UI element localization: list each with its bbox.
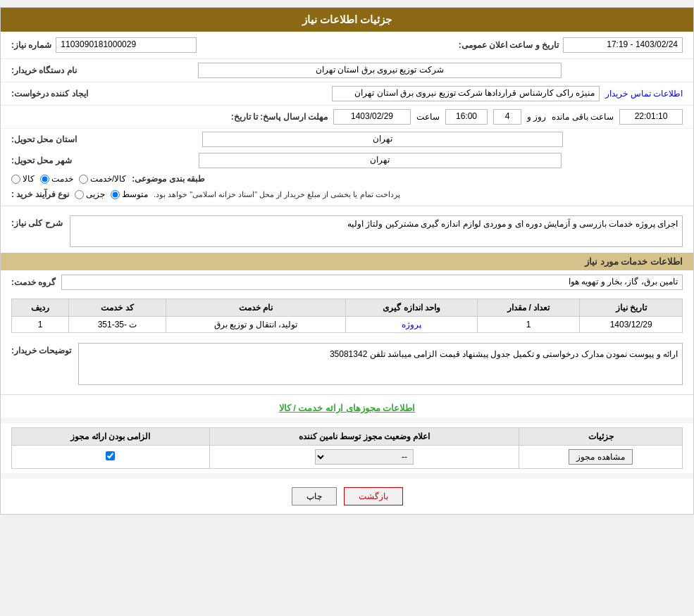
- radio-kala-label: کالا: [23, 174, 35, 184]
- shomare-label: شماره نیاز:: [11, 40, 51, 50]
- col-vahed: واحد اندازه گیری: [346, 299, 477, 317]
- col-radif: ردیف: [12, 299, 69, 317]
- khadamat-header: اطلاعات خدمات مورد نیاز: [1, 253, 693, 270]
- radio-kala-khedmat-input[interactable]: [79, 175, 88, 184]
- back-button[interactable]: بازگشت: [344, 487, 403, 505]
- majoz-title: اطلاعات مجوزهای ارائه خدمت / کالا: [1, 398, 693, 417]
- tabaqe-row: طبقه بندی موضوعی: کالا/خدمت خدمت کالا: [1, 171, 693, 187]
- ijad-label: ایجاد کننده درخواست:: [11, 89, 88, 99]
- page-title: جزئیات اطلاعات نیاز: [1, 8, 693, 32]
- mohlat-row: 22:01:10 ساعت باقی مانده روز و 4 16:00 س…: [1, 106, 693, 129]
- roz-o-label: روز و: [527, 112, 546, 122]
- process-note: پرداخت تمام یا بخشی از مبلغ خریدار از مح…: [154, 190, 400, 199]
- ostan-row: تهران استان محل تحویل:: [1, 129, 693, 150]
- cell-elzami: [12, 446, 210, 469]
- cell-aelam[interactable]: --: [209, 446, 519, 469]
- nam-dastgah-value: شرکت توزیع نیروی برق استان تهران: [198, 63, 562, 78]
- elzami-checkbox[interactable]: [106, 451, 115, 460]
- page-wrapper: جزئیات اطلاعات نیاز 1403/02/24 - 17:19 ت…: [0, 7, 694, 515]
- radio-motevaset-input[interactable]: [111, 190, 120, 199]
- sharh-value: اجرای پروژه خدمات بازرسی و آزمایش دوره ا…: [70, 215, 683, 247]
- khadamat-table: تاریخ نیاز تعداد / مقدار واحد اندازه گیر…: [11, 298, 683, 333]
- radio-motevaset-label: متوسط: [122, 189, 148, 199]
- process-row: پرداخت تمام یا بخشی از مبلغ خریدار از مح…: [1, 187, 693, 202]
- radio-kala-khedmat[interactable]: کالا/خدمت: [79, 174, 126, 184]
- tabaqe-label: طبقه بندی موضوعی:: [132, 174, 205, 184]
- tarikh-row: 1403/02/24 - 17:19 تاریخ و ساعت اعلان عم…: [459, 37, 683, 53]
- button-row: بازگشت چاپ: [1, 479, 693, 514]
- cell-nam: تولید، انتقال و توزیع برق: [166, 317, 346, 333]
- col-joziat: جزئیات: [519, 428, 683, 446]
- col-aelam: اعلام وضعیت مجوز توسط نامین کننده: [209, 428, 519, 446]
- col-tarikh: تاریخ نیاز: [580, 299, 683, 317]
- group-khedmat-row: تامین برق، گاز، بخار و تهویه هوا گروه خد…: [1, 270, 693, 294]
- radio-khedmat[interactable]: خدمت: [40, 174, 73, 184]
- tarikh-value: 1403/02/24 - 17:19: [563, 37, 683, 53]
- print-button[interactable]: چاپ: [292, 487, 337, 505]
- cell-radif: 1: [12, 317, 69, 333]
- mohlat-label: مهلت ارسال پاسخ: تا تاریخ:: [231, 112, 328, 122]
- cell-kod: ت -35-351: [69, 317, 166, 333]
- mohlat-date-value: 1403/02/29: [333, 109, 411, 125]
- mohlat-mande-label: ساعت باقی مانده: [552, 112, 614, 122]
- radio-khedmat-input[interactable]: [40, 175, 49, 184]
- cell-tarikh: 1403/12/29: [580, 317, 683, 333]
- nam-dastgah-label: نام دستگاه خریدار:: [11, 65, 77, 75]
- group-khedmat-value: تامین برق، گاز، بخار و تهویه هوا: [61, 275, 683, 290]
- sharh-section: اجرای پروژه خدمات بازرسی و آزمایش دوره ا…: [1, 210, 693, 253]
- radio-khedmat-label: خدمت: [51, 174, 73, 184]
- group-khedmat-label: گروه خدمت:: [11, 277, 56, 287]
- shahr-label: شهر محل تحویل:: [11, 156, 72, 165]
- mohlat-mande-value: 22:01:10: [619, 109, 683, 125]
- shahr-row: تهران شهر محل تحویل:: [1, 150, 693, 171]
- ostan-value: تهران: [202, 132, 562, 147]
- col-tedad: تعداد / مقدار: [477, 299, 580, 317]
- cell-vahed: پروژه: [346, 317, 477, 333]
- shomare-row: 1103090181000029 شماره نیاز:: [11, 37, 197, 53]
- toseeh-value: ارائه و پیوست نمودن مدارک درخواستی و تکم…: [78, 343, 683, 385]
- saat-label: ساعت: [416, 112, 440, 122]
- radio-kala-khedmat-label: کالا/خدمت: [90, 174, 126, 184]
- cell-tedad: 1: [477, 317, 580, 333]
- shomare-value: 1103090181000029: [56, 37, 197, 53]
- col-nam: نام خدمت: [166, 299, 346, 317]
- radio-jozii-input[interactable]: [75, 190, 84, 199]
- radio-jozii-label: جزیی: [86, 189, 105, 199]
- tarikh-label: تاریخ و ساعت اعلان عمومی:: [459, 40, 559, 50]
- view-majoz-button[interactable]: مشاهده مجوز: [569, 449, 632, 465]
- aelam-select[interactable]: --: [315, 449, 414, 465]
- radio-kala-input[interactable]: [11, 175, 20, 184]
- khadamat-row: 1403/12/29 1 پروژه تولید، انتقال و توزیع…: [12, 317, 683, 333]
- ijad-value: منیژه راکی کارشناس قراردادها شرکت توزیع …: [332, 86, 600, 101]
- cell-joziat[interactable]: مشاهده مجوز: [519, 446, 683, 469]
- toseeh-label: توضیحات خریدار:: [11, 343, 71, 356]
- shahr-value: تهران: [199, 153, 562, 168]
- majoz-row: مشاهده مجوز --: [12, 446, 683, 469]
- khadamat-table-wrapper: تاریخ نیاز تعداد / مقدار واحد اندازه گیر…: [1, 294, 693, 337]
- col-elzami: الزامی بودن ارائه مجوز: [12, 428, 210, 446]
- majoz-table: جزئیات اعلام وضعیت مجوز توسط نامین کننده…: [11, 427, 683, 469]
- mohlat-roz-value: 4: [493, 109, 521, 125]
- mohlat-saat-value: 16:00: [445, 109, 488, 125]
- radio-jozii[interactable]: جزیی: [75, 189, 105, 199]
- noe-farayand-label: نوع فرآیند خرید :: [11, 189, 69, 199]
- radio-kala[interactable]: کالا: [11, 174, 35, 184]
- contact-link[interactable]: اطلاعات تماس خریدار: [605, 89, 683, 99]
- sharh-label: شرح کلی نیاز:: [11, 215, 63, 228]
- col-kod: کد خدمت: [69, 299, 166, 317]
- toseeh-section: ارائه و پیوست نمودن مدارک درخواستی و تکم…: [1, 337, 693, 391]
- radio-motevaset[interactable]: متوسط: [111, 189, 148, 199]
- ostan-label: استان محل تحویل:: [11, 134, 77, 144]
- majoz-table-wrapper: جزئیات اعلام وضعیت مجوز توسط نامین کننده…: [1, 423, 693, 473]
